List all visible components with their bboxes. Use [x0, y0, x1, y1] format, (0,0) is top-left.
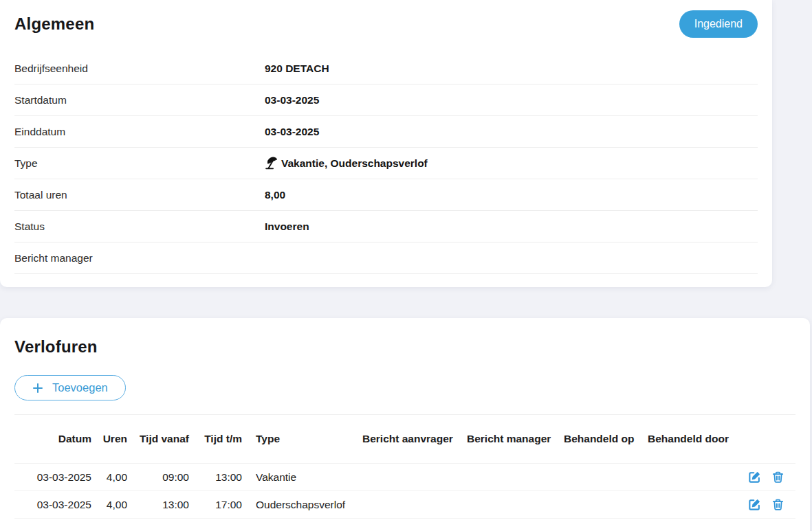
add-leave-button-label: Toevoegen: [52, 381, 108, 394]
cell-tijd-tm: 17:00: [189, 491, 242, 519]
table-row: 03-03-2025 4,00 13:00 17:00 Ouderschapsv…: [14, 491, 795, 519]
field-value-text: Vakantie, Ouderschapsverlof: [281, 157, 428, 170]
field-row-type: Type Vakantie, Ouderschapsverlof: [14, 148, 758, 179]
cell-behandeld-door: [648, 464, 731, 491]
field-label: Totaal uren: [14, 189, 265, 201]
status-badge: Ingediend: [679, 10, 758, 38]
cell-bericht-aanvrager: [362, 491, 467, 519]
field-label: Einddatum: [14, 126, 265, 138]
column-header-tijd-tm: Tijd t/m: [189, 415, 242, 464]
cell-behandeld-op: [564, 464, 648, 491]
add-leave-button[interactable]: Toevoegen: [14, 375, 126, 400]
leave-hours-title: Verlofuren: [14, 318, 795, 357]
field-row-status: Status Invoeren: [14, 211, 758, 242]
column-header-behandeld-op: Behandeld op: [564, 415, 648, 464]
column-header-uren: Uren: [91, 415, 127, 464]
cell-bericht-aanvrager: [362, 464, 467, 491]
cell-uren: 4,00: [91, 491, 127, 519]
edit-row-button[interactable]: [748, 471, 761, 484]
field-row-bericht-manager: Bericht manager: [14, 242, 758, 274]
page-title: Algemeen: [14, 14, 94, 34]
field-value: 03-03-2025: [265, 126, 319, 138]
beach-umbrella-icon: [265, 157, 278, 170]
field-row-einddatum: Einddatum 03-03-2025: [14, 116, 758, 148]
field-row-startdatum: Startdatum 03-03-2025: [14, 84, 758, 116]
general-card: Algemeen Ingediend Bedrijfseenheid 920 D…: [0, 0, 772, 287]
cell-tijd-tm: 13:00: [189, 464, 242, 491]
table-row: 03-03-2025 4,00 09:00 13:00 Vakantie: [14, 464, 795, 491]
field-label: Status: [14, 221, 265, 233]
field-label: Bedrijfseenheid: [14, 63, 265, 75]
column-header-tijd-vanaf: Tijd vanaf: [127, 415, 189, 464]
leave-hours-table: Datum Uren Tijd vanaf Tijd t/m Type Beri…: [14, 414, 795, 519]
delete-row-button[interactable]: [771, 471, 784, 484]
trash-icon: [771, 498, 784, 511]
cell-uren: 4,00: [91, 464, 127, 491]
field-row-totaal-uren: Totaal uren 8,00: [14, 179, 758, 211]
field-value: 8,00: [265, 189, 285, 201]
cell-bericht-manager: [467, 464, 564, 491]
delete-row-button[interactable]: [771, 498, 784, 511]
cell-datum: 03-03-2025: [14, 464, 91, 491]
cell-tijd-vanaf: 09:00: [127, 464, 189, 491]
column-header-datum: Datum: [14, 415, 91, 464]
column-header-behandeld-door: Behandeld door: [648, 415, 731, 464]
row-actions: [731, 498, 795, 511]
field-value: 03-03-2025: [265, 94, 319, 106]
trash-icon: [771, 471, 784, 484]
cell-bericht-manager: [467, 491, 564, 519]
row-actions: [731, 471, 795, 484]
cell-type: Ouderschapsverlof: [242, 491, 362, 519]
field-value: Invoeren: [265, 221, 309, 233]
edit-pencil-square-icon: [748, 471, 761, 484]
field-label: Type: [14, 157, 265, 170]
cell-behandeld-op: [564, 491, 648, 519]
general-card-header: Algemeen Ingediend: [14, 0, 758, 39]
leave-hours-card: Verlofuren Toevoegen Datum Uren Tijd van…: [0, 318, 810, 531]
field-row-bedrijfseenheid: Bedrijfseenheid 920 DETACH: [14, 53, 758, 84]
column-header-bericht-manager: Bericht manager: [467, 415, 564, 464]
general-fields: Bedrijfseenheid 920 DETACH Startdatum 03…: [14, 53, 758, 274]
cell-behandeld-door: [648, 491, 731, 519]
column-header-bericht-aanvrager: Bericht aanvrager: [362, 415, 467, 464]
column-header-actions: [731, 415, 795, 464]
plus-icon: [32, 383, 43, 394]
field-value: Vakantie, Ouderschapsverlof: [265, 157, 428, 170]
field-label: Startdatum: [14, 94, 265, 106]
cell-tijd-vanaf: 13:00: [127, 491, 189, 519]
table-header-row: Datum Uren Tijd vanaf Tijd t/m Type Beri…: [14, 415, 795, 464]
edit-row-button[interactable]: [748, 498, 761, 511]
cell-datum: 03-03-2025: [14, 491, 91, 519]
column-header-type: Type: [242, 415, 362, 464]
field-label: Bericht manager: [14, 252, 265, 264]
field-value: 920 DETACH: [265, 63, 329, 75]
edit-pencil-square-icon: [748, 498, 761, 511]
cell-type: Vakantie: [242, 464, 362, 491]
